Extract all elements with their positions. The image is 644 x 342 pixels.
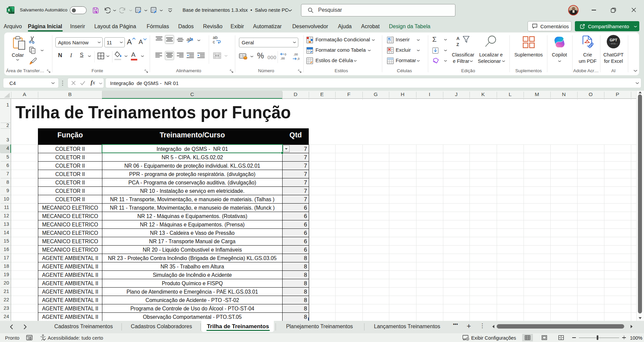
svg-text:GPT: GPT	[610, 38, 617, 42]
svg-text:,00: ,00	[281, 57, 285, 60]
svg-text:Z: Z	[456, 42, 459, 47]
svg-text:0: 0	[285, 53, 286, 56]
svg-text:,00: ,00	[294, 53, 298, 56]
svg-text:X: X	[8, 8, 10, 12]
svg-text:A: A	[456, 36, 460, 41]
svg-text:— EXCEL —: — EXCEL —	[609, 43, 618, 45]
svg-text:,0: ,0	[297, 57, 300, 60]
